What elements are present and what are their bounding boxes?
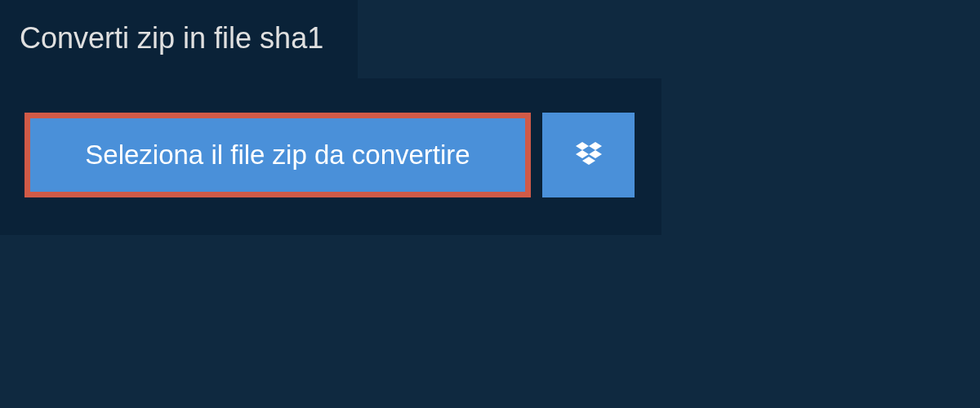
- tab-convert-zip-sha1[interactable]: Converti zip in file sha1: [0, 0, 358, 78]
- select-file-button[interactable]: Seleziona il file zip da convertire: [24, 113, 531, 197]
- select-file-label: Seleziona il file zip da convertire: [85, 140, 470, 171]
- tab-bar: Converti zip in file sha1: [0, 0, 980, 78]
- dropbox-button[interactable]: [542, 113, 635, 197]
- dropbox-icon: [572, 139, 605, 171]
- button-row: Seleziona il file zip da convertire: [24, 113, 637, 197]
- tab-title: Converti zip in file sha1: [20, 21, 323, 55]
- conversion-panel: Seleziona il file zip da convertire: [0, 78, 662, 235]
